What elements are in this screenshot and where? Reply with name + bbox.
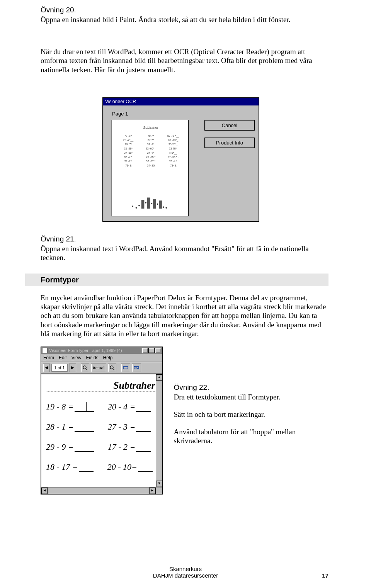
svg-point-11: [165, 207, 167, 209]
next-page-button[interactable]: [69, 364, 76, 372]
remove-field-icon: [134, 365, 139, 370]
field-r2c1[interactable]: 28 - 1 =: [46, 422, 94, 432]
exercise-22-title: Övning 22.: [174, 383, 328, 392]
field-r3c2[interactable]: 17 - 2 =: [108, 442, 151, 452]
doc-title: Subtraher: [46, 380, 160, 392]
formtyper-window: Visioneer FormTyper - april 1, 1999 (4) …: [41, 347, 163, 495]
field-r4c2[interactable]: 20 - 10=: [107, 462, 153, 472]
svg-point-20: [110, 366, 113, 369]
menu-view[interactable]: View: [71, 355, 82, 360]
triangle-right-icon: [71, 366, 74, 369]
ocr-preview-image: [119, 170, 183, 212]
paragraph-formtyper: En mycket användbar funktion i PaperPort…: [41, 293, 328, 338]
magnifier-icon: [83, 365, 87, 370]
triangle-left-icon: [45, 366, 48, 369]
paragraph-ocr: När du drar en text till WordPad, kommer…: [41, 47, 328, 74]
exercise-21-title: Övning 21.: [41, 235, 328, 243]
ocr-preview: Subtraher 79 -8 *70 7*87 78 *__ 28 -7*__…: [111, 120, 189, 216]
section-heading-formtyper: Formtyper: [25, 274, 328, 286]
scroll-down-button[interactable]: ▼: [156, 481, 163, 487]
ocr-preview-rows: 79 -8 *70 7*87 78 *__ 28 -7*__27 7*86 -7…: [119, 134, 183, 168]
zoom-tool-button[interactable]: [81, 364, 89, 372]
svg-rect-12: [141, 200, 144, 209]
ocr-dialog: Visioneer OCR Page 1 Subtraher 79 -8 *70…: [102, 97, 259, 222]
magnifier-fit-icon: [110, 365, 114, 370]
field-r4c1[interactable]: 18 - 17 =: [46, 462, 94, 472]
svg-rect-15: [159, 201, 162, 209]
scroll-right-button[interactable]: ►: [149, 488, 156, 494]
cancel-button[interactable]: Cancel: [204, 120, 255, 131]
formtyper-canvas: Subtraher 19 - 8 = 20 - 4 = 28 - 1 = 27 …: [41, 374, 162, 494]
svg-line-19: [86, 369, 87, 370]
field-r3c1[interactable]: 29 - 9 =: [46, 442, 94, 452]
field-r1c2[interactable]: 20 - 4 =: [108, 402, 151, 412]
app-icon: [42, 348, 48, 353]
product-info-button[interactable]: Product Info: [204, 138, 255, 148]
exercise-20-body: Öppna en inskannad bild i Paint. Ändra s…: [41, 15, 328, 24]
scroll-left-button[interactable]: ◄: [41, 488, 48, 494]
page-number: 17: [322, 572, 328, 579]
page-footer: Skannerkurs DAHJM dataresurscenter: [0, 566, 371, 579]
insert-field-button[interactable]: [121, 364, 130, 372]
menu-form[interactable]: Form: [43, 355, 54, 360]
actual-size-button[interactable]: Actual: [91, 364, 107, 372]
horizontal-scrollbar[interactable]: ◄ ►: [41, 487, 156, 494]
insert-field-icon: [123, 365, 128, 370]
ocr-preview-heading: Subtraher: [119, 126, 183, 129]
exercise-20-title: Övning 20.: [41, 6, 328, 14]
svg-point-1: [135, 207, 137, 209]
svg-point-18: [83, 366, 86, 369]
scroll-up-button[interactable]: ▲: [156, 374, 163, 381]
menu-bar: Form Edit View Fields Help: [41, 354, 162, 362]
exercise-21-body: Öppna en inskannad text i WordPad. Använ…: [41, 244, 328, 262]
svg-marker-17: [71, 366, 74, 369]
menu-fields[interactable]: Fields: [86, 355, 99, 360]
exercise-22-line3: Använd tabulatorn för att "hoppa" mellan…: [174, 427, 328, 445]
formtyper-title: Visioneer FormTyper - april 1, 1999 (4): [49, 348, 122, 353]
scatter-image-icon: [125, 189, 177, 212]
menu-help[interactable]: Help: [103, 355, 113, 360]
maximize-button[interactable]: □: [148, 348, 155, 353]
exercise-22-line2: Sätt in och ta bort markeringar.: [174, 410, 328, 419]
remove-field-button[interactable]: [132, 364, 141, 372]
svg-rect-22: [123, 367, 128, 369]
zoom-fit-button[interactable]: [108, 364, 116, 372]
footer-line2: DAHJM dataresurscenter: [0, 572, 371, 579]
svg-point-6: [151, 202, 152, 204]
field-r1c1[interactable]: 19 - 8 =: [46, 402, 94, 412]
toolbar: 1 of 1 Actual: [41, 362, 162, 374]
svg-point-4: [145, 202, 146, 203]
vertical-scrollbar[interactable]: ▲ ▼: [156, 374, 162, 487]
ocr-page-label: Page 1: [112, 111, 200, 117]
text-cursor: [86, 402, 87, 412]
exercise-22-line1: Dra ett textdokument till Formtyper.: [174, 393, 328, 401]
scroll-corner: [156, 487, 162, 494]
svg-rect-13: [147, 197, 150, 208]
prev-page-button[interactable]: [43, 364, 50, 372]
ocr-dialog-title: Visioneer OCR: [103, 98, 259, 105]
svg-rect-14: [153, 199, 156, 209]
close-button[interactable]: ×: [155, 348, 161, 353]
svg-marker-16: [45, 366, 48, 369]
svg-point-2: [138, 205, 140, 206]
footer-line1: Skannerkurs: [0, 566, 371, 572]
minimize-button[interactable]: _: [142, 348, 148, 353]
page-indicator: 1 of 1: [51, 364, 68, 372]
svg-point-0: [132, 206, 133, 207]
svg-point-8: [157, 203, 158, 205]
svg-point-10: [162, 206, 164, 208]
svg-line-21: [113, 369, 114, 370]
field-r2c2[interactable]: 27 - 3 =: [108, 422, 151, 432]
menu-edit[interactable]: Edit: [59, 355, 67, 360]
